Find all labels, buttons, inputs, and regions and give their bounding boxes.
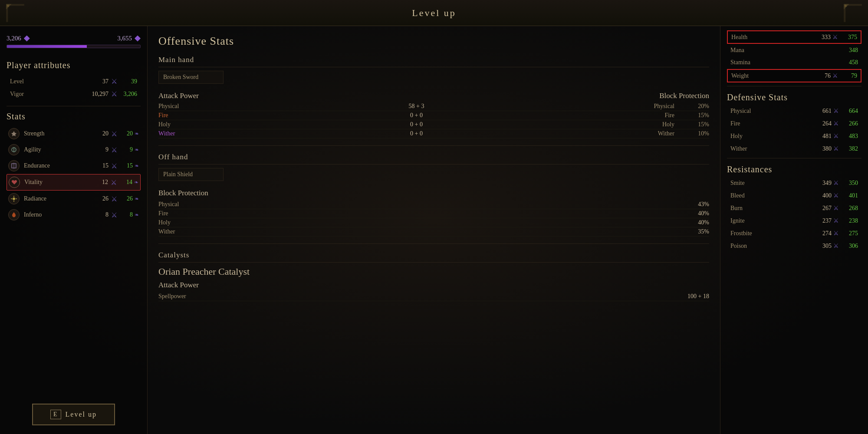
res-ignite-row: Ignite 237 ⚔ 238 <box>727 215 861 227</box>
off-hand-header: Off hand <box>158 153 709 161</box>
stat-fire-main: Fire 0 + 0 Fire 15% <box>158 111 709 120</box>
label-physical: Physical <box>158 103 399 110</box>
value-wither: 0 + 0 <box>399 130 434 137</box>
def-holy-arrow: ⚔ <box>833 132 839 140</box>
health-arrow: ⚔ <box>832 33 838 41</box>
stat-icon-inferno <box>8 209 20 220</box>
res-ignite-old: 237 <box>814 217 832 224</box>
off-hand-block-section: Block Protection Physical 43% Fire 40% H… <box>158 189 709 237</box>
res-smite-label: Smite <box>730 180 814 187</box>
vigor-left-value: 3,206 <box>7 35 30 42</box>
spellpower-row: Spellpower 100 + 18 <box>158 292 709 301</box>
off-holy-label: Holy <box>158 219 171 226</box>
off-fire-value: 40% <box>698 210 709 217</box>
stats-divider <box>7 106 141 106</box>
level-up-button[interactable]: E Level up <box>32 404 115 425</box>
block-wither-value: 10% <box>692 130 709 137</box>
catalyst-attack-power-label: Attack Power <box>158 281 709 289</box>
res-poison-new: 306 <box>841 243 858 250</box>
vigor-bar-fill <box>7 45 87 48</box>
attribute-value-level: 37 <box>82 78 108 85</box>
stat-row-inferno[interactable]: Inferno 8 ⚔ 8 ❧ <box>7 207 141 223</box>
mana-label: Mana <box>730 47 820 54</box>
attribute-row-level: Level 37 ⚔ 39 <box>7 76 141 87</box>
stat-row-vitality[interactable]: Vitality 12 ⚔ 14 ❧ <box>7 174 141 191</box>
def-wither-new: 382 <box>841 145 858 152</box>
vital-mana-row: Mana 348 <box>727 45 861 56</box>
corner-ornament-left <box>4 2 26 24</box>
res-burn-arrow: ⚔ <box>833 204 839 212</box>
res-smite-old: 349 <box>814 180 832 187</box>
res-frostbite-old: 274 <box>814 230 832 237</box>
block-fire-label: Fire <box>434 112 675 119</box>
right-divider-1 <box>727 86 861 86</box>
off-holy-value: 40% <box>698 219 709 226</box>
vigor-right-value: 3,655 <box>117 35 141 42</box>
res-smite-new: 350 <box>841 180 858 187</box>
def-wither-row: Wither 380 ⚔ 382 <box>727 143 861 155</box>
value-fire: 0 + 0 <box>399 112 434 119</box>
res-frostbite-arrow: ⚔ <box>833 230 839 237</box>
stat-new-inferno: 8 <box>120 211 133 218</box>
stat-row-agility[interactable]: Agility 9 ⚔ 9 ❧ <box>7 142 141 158</box>
def-fire-new: 266 <box>841 120 858 127</box>
divider-main-hand <box>158 67 709 67</box>
attribute-label-vigor: Vigor <box>10 91 82 98</box>
def-fire-old: 264 <box>814 120 832 127</box>
res-frostbite-row: Frostbite 274 ⚔ 275 <box>727 227 861 239</box>
res-ignite-arrow: ⚔ <box>833 217 839 224</box>
vigor-gem-left <box>24 36 30 42</box>
stat-name-endurance: Endurance <box>24 162 95 169</box>
vigor-gem-right <box>135 36 141 42</box>
stat-new-radiance: 26 <box>120 195 133 202</box>
stat-row-endurance[interactable]: Endurance 15 ⚔ 15 ❧ <box>7 158 141 174</box>
label-fire: Fire <box>158 112 399 119</box>
label-wither: Wither <box>158 130 399 137</box>
attribute-new-level: 39 <box>120 78 137 85</box>
vital-weight-row: Weight 76 ⚔ 79 <box>727 69 861 82</box>
stat-new-agility: 9 <box>120 146 133 153</box>
stat-name-inferno: Inferno <box>24 211 95 218</box>
res-burn-new: 268 <box>841 205 858 212</box>
off-holy-row: Holy 40% <box>158 218 709 227</box>
res-smite-arrow: ⚔ <box>833 179 839 187</box>
stat-holy-main: Holy 0 + 0 Holy 15% <box>158 120 709 129</box>
spellpower-value: 100 + 18 <box>687 293 709 300</box>
stat-name-vitality: Vitality <box>24 179 95 186</box>
arrow-icon-vigor: ⚔ <box>111 90 117 98</box>
weight-arrow: ⚔ <box>832 72 838 79</box>
resistances-title: Resistances <box>727 164 861 174</box>
stat-value-agility: 9 <box>95 146 108 153</box>
off-fire-label: Fire <box>158 210 168 217</box>
off-hand-item-name: Plain Shield <box>163 171 193 178</box>
block-wither-label: Wither <box>434 130 675 137</box>
weight-new: 79 <box>840 72 857 79</box>
off-wither-label: Wither <box>158 228 175 235</box>
main-layout: 3,206 3,655 Player attributes Level 37 ⚔… <box>0 26 868 434</box>
stats-section-title: Stats <box>7 112 141 122</box>
arrow-icon-radiance: ⚔ <box>111 195 117 203</box>
arrow-icon-strength: ⚔ <box>111 130 117 138</box>
stat-physical-main: Physical 58 + 3 Physical 20% <box>158 102 709 111</box>
stat-row-strength[interactable]: Strength 20 ⚔ 20 ❧ <box>7 126 141 141</box>
def-physical-label: Physical <box>730 108 814 115</box>
def-wither-label: Wither <box>730 145 814 152</box>
block-fire-value: 15% <box>692 112 709 119</box>
offensive-stats-title: Offensive Stats <box>158 35 709 48</box>
mid-divider-1 <box>158 145 709 146</box>
vigor-bar-container: 3,206 3,655 <box>7 35 141 48</box>
mid-divider-2 <box>158 243 709 244</box>
off-physical-label: Physical <box>158 201 179 208</box>
res-ignite-new: 238 <box>841 217 858 224</box>
stat-row-radiance[interactable]: Radiance 26 ⚔ 26 ❧ <box>7 191 141 207</box>
res-bleed-new: 401 <box>841 192 858 199</box>
vigor-bar-track <box>7 45 141 48</box>
stat-value-strength: 20 <box>95 130 108 137</box>
attack-block-headers: Attack Power Block Protection <box>158 92 709 100</box>
player-attributes-title: Player attributes <box>7 60 141 70</box>
attack-power-label: Attack Power <box>158 92 199 100</box>
def-physical-arrow: ⚔ <box>833 107 839 115</box>
attack-power-section: Attack Power Block Protection Physical 5… <box>158 92 709 138</box>
attribute-row-vigor: Vigor 10,297 ⚔ 3,206 <box>7 88 141 100</box>
catalyst-item-name: Orian Preacher Catalyst <box>158 266 709 277</box>
